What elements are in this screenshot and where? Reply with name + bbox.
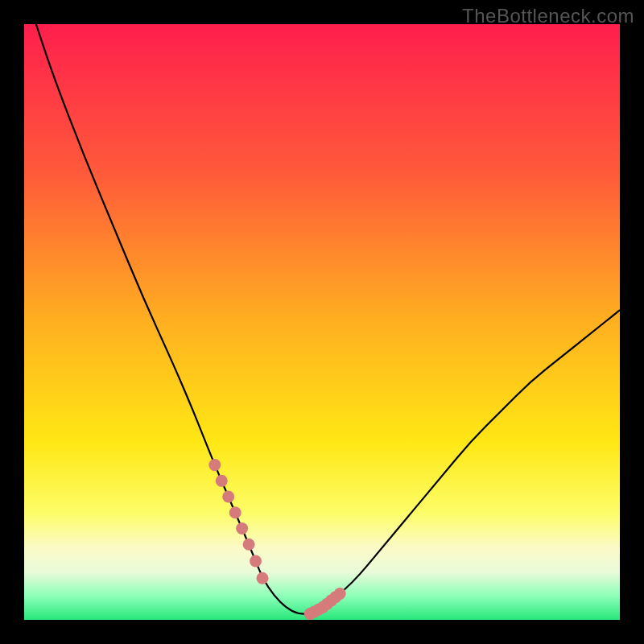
chart-frame: { "watermark": "TheBottleneck.com", "col… [0,0,644,644]
highlight-dot [222,491,234,503]
highlight-dot [257,572,269,584]
highlight-dot [334,588,346,600]
watermark: TheBottleneck.com [462,5,634,27]
highlight-dot [229,506,242,518]
highlight-dot [243,539,255,551]
highlight-dot [216,475,228,487]
highlight-dot [250,555,262,568]
highlight-dot [236,522,248,535]
bottleneck-chart [0,0,644,644]
plot-background [24,24,620,620]
highlight-dot [208,459,221,471]
